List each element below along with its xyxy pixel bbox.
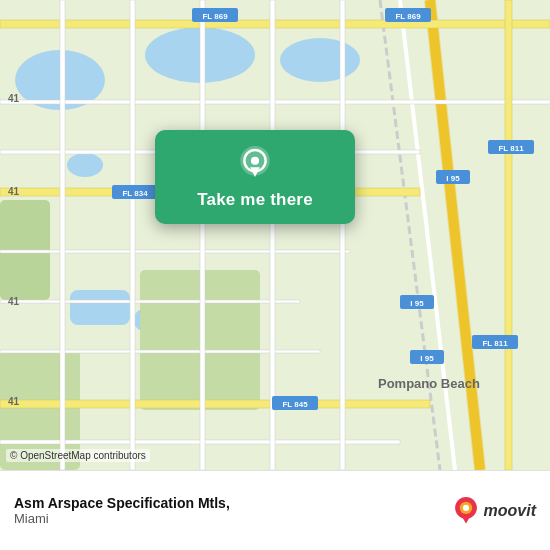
location-info: Asm Arspace Specification Mtls, Miami: [14, 495, 452, 526]
take-me-there-button[interactable]: Take me there: [197, 190, 313, 210]
bottom-bar: Asm Arspace Specification Mtls, Miami mo…: [0, 470, 550, 550]
svg-rect-27: [340, 0, 345, 470]
svg-text:I 95: I 95: [410, 299, 424, 308]
svg-rect-19: [0, 250, 350, 253]
svg-rect-28: [505, 0, 512, 470]
svg-point-4: [67, 153, 103, 177]
moovit-pin-icon: [452, 497, 480, 525]
svg-text:FL 834: FL 834: [122, 189, 148, 198]
map-attribution: © OpenStreetMap contributors: [6, 449, 150, 462]
location-subtitle: Miami: [14, 511, 452, 526]
svg-rect-5: [70, 290, 130, 325]
svg-rect-25: [200, 0, 205, 470]
svg-text:41: 41: [8, 93, 20, 104]
svg-text:I 95: I 95: [420, 354, 434, 363]
svg-text:41: 41: [8, 396, 20, 407]
svg-rect-24: [130, 0, 135, 470]
svg-text:FL 869: FL 869: [395, 12, 421, 21]
popup-card: Take me there: [155, 130, 355, 224]
svg-text:Pompano Beach: Pompano Beach: [378, 376, 480, 391]
svg-point-54: [251, 157, 259, 165]
svg-text:FL 811: FL 811: [498, 144, 524, 153]
map-svg: FL 869 FL 869 FL 834 FL 845 FL 811 FL 81…: [0, 0, 550, 470]
svg-point-58: [462, 504, 468, 510]
svg-text:FL 811: FL 811: [482, 339, 508, 348]
moovit-label: moovit: [484, 502, 536, 520]
svg-marker-59: [461, 515, 470, 523]
map-container: FL 869 FL 869 FL 834 FL 845 FL 811 FL 81…: [0, 0, 550, 470]
svg-rect-23: [60, 0, 65, 470]
location-pin-icon: [237, 146, 273, 182]
svg-text:41: 41: [8, 186, 20, 197]
moovit-logo: moovit: [452, 497, 536, 525]
svg-point-3: [280, 38, 360, 82]
svg-text:I 95: I 95: [446, 174, 460, 183]
svg-rect-20: [0, 300, 300, 303]
location-title: Asm Arspace Specification Mtls,: [14, 495, 452, 511]
svg-text:41: 41: [8, 296, 20, 307]
svg-text:FL 845: FL 845: [282, 400, 308, 409]
svg-text:FL 869: FL 869: [202, 12, 228, 21]
